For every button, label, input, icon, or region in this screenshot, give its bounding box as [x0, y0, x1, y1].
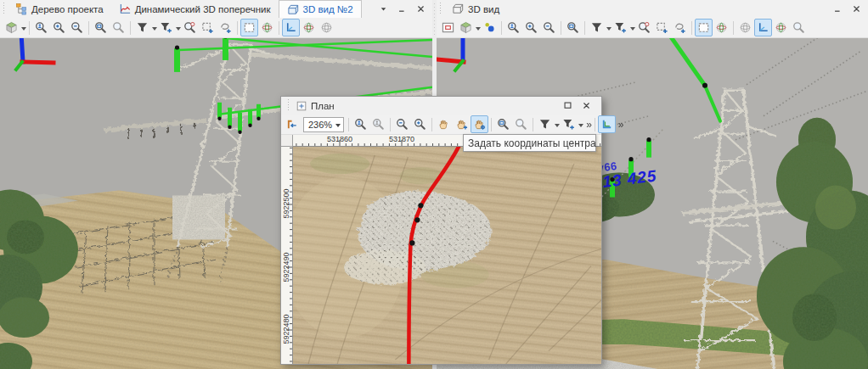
fit-to-view[interactable] [284, 115, 302, 133]
ruler-label-x: 531870 [389, 135, 414, 143]
select-rectangle[interactable] [199, 19, 217, 36]
close-button[interactable] [849, 3, 864, 15]
toolbar-separator [491, 118, 492, 131]
credo-3d-application: Дерево проекта Динамический 3D поперечни… [0, 0, 868, 369]
clipping-box[interactable] [240, 19, 258, 36]
point-display[interactable] [481, 19, 499, 36]
left-3d-toolbar [0, 18, 432, 38]
view3d-icon [452, 3, 465, 15]
filter-add[interactable] [612, 19, 629, 36]
right-3d-toolbar [437, 18, 868, 38]
profile-icon [119, 3, 132, 15]
rotate-view-alt[interactable] [736, 19, 754, 36]
show-axes[interactable] [282, 19, 300, 36]
filter[interactable] [588, 19, 606, 36]
tooltip: Задать координаты центра [463, 134, 596, 152]
ruler-label-y: 5922490 [282, 249, 290, 286]
toolbar-separator [29, 21, 30, 35]
tab-project-tree[interactable]: Дерево проекта [8, 0, 111, 18]
tab-3d-view-2[interactable]: 3D вид №2 [279, 0, 362, 18]
plan-window-title: План [311, 101, 335, 111]
ruler-corner [281, 135, 293, 147]
zoom-out[interactable] [540, 19, 558, 36]
set-center-coordinates[interactable] [471, 115, 488, 133]
right-title-bar: 3D вид [437, 0, 868, 18]
select-rectangle[interactable] [653, 19, 671, 36]
tab-label: 3D вид №2 [303, 4, 353, 14]
close-button[interactable] [414, 3, 428, 15]
toolbar-separator [390, 118, 391, 131]
clipping-box[interactable] [695, 19, 713, 36]
zoom-combobox[interactable]: 236% [303, 117, 344, 132]
plan-ruler-area: 531860531870 592250059224905922480 [281, 135, 601, 364]
plan-toolbar: 236%»» [281, 115, 601, 135]
zoom-window[interactable] [564, 19, 582, 36]
filter[interactable] [536, 115, 554, 133]
zoom-to-observer[interactable] [352, 115, 369, 133]
select-element[interactable] [181, 19, 199, 36]
toolbar-separator [279, 21, 279, 35]
pan[interactable] [435, 115, 453, 133]
filter-add[interactable] [560, 115, 578, 133]
zoom-window[interactable] [92, 19, 110, 36]
window-drag-grip[interactable] [286, 99, 290, 112]
zoom-to-observer[interactable] [32, 19, 50, 36]
ruler-label-y: 5922480 [282, 310, 290, 348]
plan-view-window[interactable] [439, 19, 457, 36]
zoom-window[interactable] [494, 115, 512, 133]
toolbar-overflow-2[interactable]: » [616, 117, 627, 132]
tab-list-button[interactable] [376, 3, 391, 15]
toolbar-separator [561, 21, 561, 35]
right-window-buttons [831, 0, 868, 18]
plan-window-buttons [561, 99, 598, 112]
view3d-icon [287, 3, 300, 16]
maximize-button[interactable] [561, 99, 575, 112]
plan-map-scene [293, 147, 601, 364]
zoom-previous[interactable] [110, 19, 127, 36]
zoom-in[interactable] [522, 19, 540, 36]
plan-ruler-vertical: 592250059224905922480 [281, 147, 293, 364]
view-orientation-cube[interactable] [457, 19, 475, 36]
select-polygon[interactable] [671, 19, 689, 36]
zoom-out[interactable] [393, 115, 411, 133]
view-orientation-cube-dropdown[interactable] [21, 27, 26, 33]
coordinate-grid[interactable] [598, 115, 616, 133]
zoom-observer-off[interactable] [369, 115, 387, 133]
left-window-buttons [376, 0, 432, 18]
toolbar-separator [733, 21, 734, 35]
minimize-button[interactable] [831, 3, 845, 15]
show-axes[interactable] [754, 19, 772, 36]
filter[interactable] [133, 19, 151, 36]
select-element[interactable] [635, 19, 653, 36]
zoom-in[interactable] [411, 115, 429, 133]
zoom-to-observer[interactable] [504, 19, 522, 36]
toolbar-separator [88, 21, 89, 35]
zoom-previous[interactable] [790, 19, 808, 36]
zoom-out[interactable] [68, 19, 86, 36]
plan-map-viewport[interactable] [293, 147, 601, 364]
toolbar-overflow[interactable]: » [583, 117, 595, 132]
toolbar-separator [691, 21, 692, 35]
panel-drag-grip[interactable] [438, 3, 442, 15]
tab-label: Динамический 3D поперечник [135, 4, 271, 14]
panel-drag-grip[interactable] [2, 3, 6, 15]
rotate-view[interactable] [772, 19, 790, 36]
minimize-button[interactable] [395, 3, 409, 15]
plan-window: План 236%»» 531860531870 592250059224905… [280, 96, 602, 365]
tab-3d-view[interactable]: 3D вид [444, 0, 507, 18]
tab-dynamic-3d-cross-section[interactable]: Динамический 3D поперечник [111, 0, 279, 18]
orbit-mode[interactable] [258, 19, 276, 36]
zoom-previous[interactable] [512, 115, 530, 133]
toolbar-separator [501, 21, 502, 35]
view-orientation-cube[interactable] [3, 19, 20, 36]
filter-add[interactable] [157, 19, 175, 36]
rotate-view-alt[interactable] [318, 19, 335, 36]
pan-to-point[interactable] [453, 115, 471, 133]
rotate-view[interactable] [300, 19, 318, 36]
select-polygon[interactable] [217, 19, 234, 36]
orbit-mode[interactable] [713, 19, 730, 36]
panel-title: 3D вид [468, 4, 499, 14]
plan-window-titlebar[interactable]: План [281, 97, 601, 115]
zoom-in[interactable] [50, 19, 68, 36]
close-button[interactable] [579, 99, 594, 112]
